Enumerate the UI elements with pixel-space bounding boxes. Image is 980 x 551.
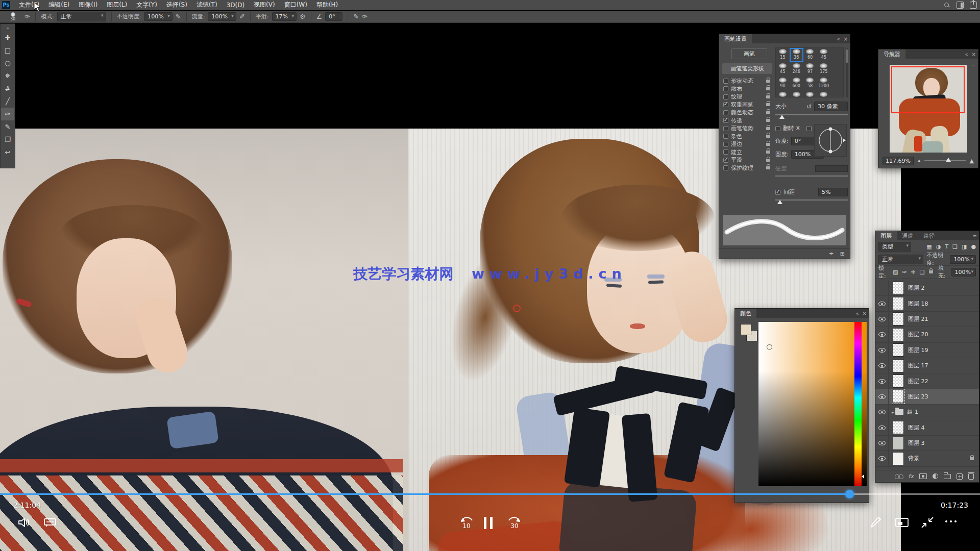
add-mask-icon[interactable] [919, 473, 927, 479]
saturation-brightness-field[interactable] [758, 322, 867, 486]
layer-name[interactable]: 图层 18 [908, 300, 928, 308]
brush-preset-picker[interactable]: 30 [4, 11, 21, 22]
layer-thumbnail[interactable] [893, 374, 904, 388]
layer-name[interactable]: 图层 17 [908, 362, 928, 369]
layer-visibility-toggle[interactable] [875, 389, 889, 404]
layer-visibility-toggle[interactable] [875, 358, 889, 373]
filter-icon-0[interactable]: ▦ [926, 243, 932, 250]
layer-thumbnail[interactable] [893, 452, 904, 465]
menu-item-1[interactable]: 编辑(E) [44, 0, 74, 10]
exit-fullscreen-button[interactable] [920, 515, 935, 530]
brush-option-2[interactable]: 纹理 [722, 93, 772, 101]
brush-option-6[interactable]: 画笔笔势 [722, 124, 772, 133]
layer-visibility-toggle[interactable] [875, 451, 889, 466]
adjustment-layer-icon[interactable] [933, 473, 938, 479]
filter-icon-2[interactable]: T [945, 243, 948, 250]
brush-grid-scrollbar[interactable] [846, 48, 848, 97]
lock-option-icon-0[interactable]: ▨ [893, 269, 898, 276]
layer-row-10[interactable]: 图层 3 [875, 436, 979, 451]
layer-row-0[interactable]: 图层 2 [875, 281, 979, 296]
tab-color[interactable]: 颜色 [735, 309, 756, 318]
brush-tip-15[interactable]: 15 [776, 48, 790, 62]
color-picker-cursor[interactable] [767, 344, 772, 350]
menu-item-7[interactable]: 3D(D) [222, 0, 249, 10]
brush-tip-45[interactable]: 45 [817, 48, 830, 62]
size-value[interactable]: 30 像素 [814, 102, 848, 111]
layer-row-8[interactable]: ▸组 1 [875, 405, 979, 420]
close-icon[interactable]: × [972, 52, 976, 57]
new-brush-icon[interactable]: ⊞ [840, 251, 845, 257]
layer-row-1[interactable]: 图层 18 [875, 296, 979, 311]
brush-option-checkbox[interactable] [723, 149, 728, 155]
brush-tip-1200[interactable]: 1200 [817, 77, 830, 91]
layer-name[interactable]: 图层 21 [908, 315, 928, 323]
zoom-out-icon[interactable]: ▲ [918, 159, 920, 163]
brush-tip-56[interactable]: 56 [776, 91, 790, 97]
layer-visibility-toggle[interactable] [875, 373, 889, 388]
collapse-icon[interactable]: « [837, 36, 840, 42]
brush-option-11[interactable]: 保护纹理 [722, 164, 772, 172]
rewind-10-button[interactable]: 10 [456, 514, 477, 530]
volume-button[interactable] [17, 516, 32, 529]
group-expand-arrow[interactable]: ▸ [892, 410, 894, 415]
share-icon[interactable] [970, 2, 977, 9]
brush-option-checkbox[interactable] [723, 94, 728, 99]
filter-icon-1[interactable]: ◑ [936, 243, 941, 250]
layer-row-7[interactable]: 图层 23 [875, 389, 979, 405]
lock-option-icon-3[interactable]: ❑ [920, 269, 925, 276]
foreground-color-swatch[interactable] [740, 324, 751, 335]
brush-tip-clipped[interactable] [817, 91, 830, 97]
flip-x-checkbox[interactable] [775, 126, 780, 131]
size-slider[interactable] [775, 113, 848, 118]
layer-thumbnail[interactable] [893, 390, 904, 403]
new-layer-icon[interactable] [957, 473, 963, 480]
filter-icon-4[interactable]: ◨ [962, 243, 967, 250]
layer-visibility-toggle[interactable] [875, 327, 889, 342]
brush-tip-600[interactable]: 600 [790, 77, 803, 91]
picture-in-picture-button[interactable] [894, 516, 910, 529]
collapse-icon[interactable]: « [855, 311, 859, 316]
move-tool[interactable]: ✚ [1, 31, 14, 44]
brush-option-4[interactable]: 颜色动态 [722, 109, 772, 117]
menu-item-6[interactable]: 滤镜(T) [192, 0, 222, 10]
layer-thumbnail[interactable] [893, 421, 904, 434]
layer-row-9[interactable]: 图层 4 [875, 420, 979, 436]
tab-channels[interactable]: 通道 [897, 231, 918, 240]
pencil-tool[interactable]: ✎ [1, 120, 14, 133]
menu-item-5[interactable]: 选择(S) [162, 0, 192, 10]
brush-option-checkbox[interactable] [723, 142, 728, 147]
tab-layers[interactable]: 图层 [875, 231, 897, 240]
brush-option-checkbox[interactable] [723, 118, 728, 123]
panel-menu-icon[interactable]: ≡ [973, 233, 977, 239]
brush-option-checkbox[interactable] [723, 110, 728, 115]
forward-30-button[interactable]: 30 [504, 514, 525, 530]
layer-thumbnail[interactable] [893, 437, 904, 450]
brush-tip-246[interactable]: 246 [790, 62, 803, 77]
eyedropper-tool[interactable]: ╱ [1, 95, 14, 108]
lock-option-icon-2[interactable]: ✛ [911, 269, 916, 276]
brushes-button[interactable]: 画笔 [731, 48, 767, 59]
brush-angle-dial[interactable] [814, 124, 847, 157]
menu-item-3[interactable]: 图层(L) [102, 0, 132, 10]
layer-name[interactable]: 图层 4 [908, 424, 925, 432]
live-tip-preview-icon[interactable]: ✒ [829, 251, 834, 257]
layer-visibility-toggle[interactable] [875, 281, 889, 295]
search-icon[interactable] [943, 2, 950, 9]
pressure-size-icon[interactable]: ✎ [353, 13, 359, 20]
zoom-slider[interactable] [924, 160, 965, 161]
layer-blend-mode-select[interactable]: 正常 [878, 255, 923, 264]
layer-visibility-toggle[interactable] [875, 296, 889, 311]
brush-option-checkbox[interactable] [723, 158, 728, 163]
brush-tip-175[interactable]: 175 [817, 62, 830, 77]
brush-option-checkbox[interactable] [723, 165, 728, 170]
layer-thumbnail[interactable] [893, 297, 904, 310]
layer-name[interactable]: 图层 2 [908, 284, 925, 292]
brush-option-checkbox[interactable] [723, 79, 728, 84]
brush-option-7[interactable]: 杂色 [722, 133, 772, 141]
brush-tip-55[interactable]: 55 [803, 91, 817, 97]
layer-visibility-toggle[interactable] [875, 436, 889, 450]
layer-row-4[interactable]: 图层 19 [875, 343, 979, 358]
brush-option-1[interactable]: 散布 [722, 85, 772, 93]
layer-row-5[interactable]: 图层 17 [875, 358, 979, 373]
lock-all-icon[interactable] [929, 270, 933, 273]
